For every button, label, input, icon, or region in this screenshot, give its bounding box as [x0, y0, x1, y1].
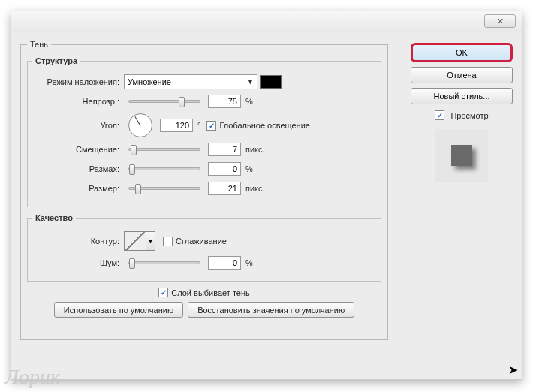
cancel-button[interactable]: Отмена	[411, 67, 513, 83]
shadow-color-swatch[interactable]	[260, 75, 282, 89]
preview-box	[435, 129, 488, 182]
blend-mode-value: Умножение	[128, 77, 171, 86]
antialias-label: Сглаживание	[176, 237, 227, 246]
spread-row: Размах: 0 %	[32, 160, 376, 178]
angle-unit: °	[197, 121, 200, 130]
noise-row: Шум: 0 %	[32, 254, 376, 272]
shadow-group: Тень Структура Режим наложения: Умножени…	[20, 40, 388, 340]
size-row: Размер: 21 пикс.	[32, 179, 376, 198]
knockout-row: Слой выбивает тень	[27, 288, 381, 297]
opacity-slider[interactable]	[128, 100, 200, 103]
noise-slider[interactable]	[128, 261, 200, 264]
quality-legend: Качество	[32, 213, 76, 222]
knockout-label: Слой выбивает тень	[171, 288, 250, 297]
knockout-checkbox[interactable]	[158, 288, 168, 297]
structure-legend: Структура	[32, 56, 80, 65]
chevron-down-icon: ▼	[247, 78, 254, 86]
size-unit: пикс.	[245, 184, 265, 193]
global-light-checkbox[interactable]	[206, 121, 216, 131]
size-slider[interactable]	[128, 187, 200, 190]
angle-row: Угол: 120 ° Глобальное освещение	[32, 112, 376, 139]
noise-label: Шум:	[32, 258, 124, 267]
noise-input[interactable]: 0	[208, 256, 241, 270]
spread-unit: %	[245, 164, 253, 173]
side-panel: OK Отмена Новый стиль... Просмотр	[411, 43, 513, 182]
distance-label: Смещение:	[32, 145, 124, 154]
close-button[interactable]: ✕	[484, 14, 516, 28]
preview-swatch	[451, 145, 472, 166]
antialias-checkbox[interactable]	[163, 237, 173, 246]
global-light-label: Глобальное освещение	[219, 121, 310, 130]
new-style-button[interactable]: Новый стиль...	[411, 88, 513, 104]
blend-mode-label: Режим наложения:	[32, 77, 124, 86]
size-input[interactable]: 21	[208, 182, 241, 195]
contour-label: Контур:	[32, 237, 124, 246]
restore-default-button[interactable]: Восстановить значения по умолчанию	[188, 302, 354, 318]
size-label: Размер:	[32, 184, 124, 193]
blend-mode-row: Режим наложения: Умножение ▼	[32, 73, 376, 91]
shadow-legend: Тень	[27, 40, 51, 49]
distance-unit: пикс.	[245, 145, 265, 154]
preview-label: Просмотр	[450, 111, 488, 120]
preview-checkbox[interactable]	[435, 110, 444, 120]
angle-dial[interactable]	[128, 113, 152, 137]
angle-hand-icon	[135, 116, 141, 126]
dialog-body: Тень Структура Режим наложения: Умножени…	[11, 32, 522, 379]
quality-group: Качество Контур: ▼ Сглаживание Шум:	[27, 213, 381, 282]
opacity-row: Непрозр.: 75 %	[32, 92, 376, 110]
spread-slider[interactable]	[128, 167, 200, 170]
distance-input[interactable]: 7	[208, 143, 241, 156]
angle-label: Угол:	[32, 121, 124, 130]
angle-input[interactable]: 120	[160, 119, 193, 132]
blend-mode-combo[interactable]: Умножение ▼	[124, 74, 257, 89]
opacity-unit: %	[245, 97, 253, 106]
use-default-button[interactable]: Использовать по умолчанию	[54, 302, 183, 318]
chevron-down-icon: ▼	[146, 231, 155, 251]
contour-thumbnail-icon	[124, 231, 146, 251]
distance-row: Смещение: 7 пикс.	[32, 140, 376, 158]
defaults-row: Использовать по умолчанию Восстановить з…	[27, 302, 381, 318]
distance-slider[interactable]	[128, 148, 200, 151]
structure-group: Структура Режим наложения: Умножение ▼ Н…	[27, 56, 381, 207]
contour-picker[interactable]: ▼	[124, 231, 155, 251]
preview-row: Просмотр	[411, 110, 513, 120]
ok-button[interactable]: OK	[411, 43, 513, 62]
noise-unit: %	[245, 258, 253, 267]
cursor-icon: ➤	[508, 363, 518, 377]
spread-label: Размах:	[32, 164, 124, 173]
opacity-input[interactable]: 75	[208, 95, 241, 108]
titlebar: ✕	[11, 11, 522, 32]
contour-row: Контур: ▼ Сглаживание	[32, 230, 376, 252]
opacity-label: Непрозр.:	[32, 97, 124, 106]
spread-input[interactable]: 0	[208, 162, 241, 176]
dialog-window: ✕ Тень Структура Режим наложения: Умноже…	[11, 11, 522, 380]
